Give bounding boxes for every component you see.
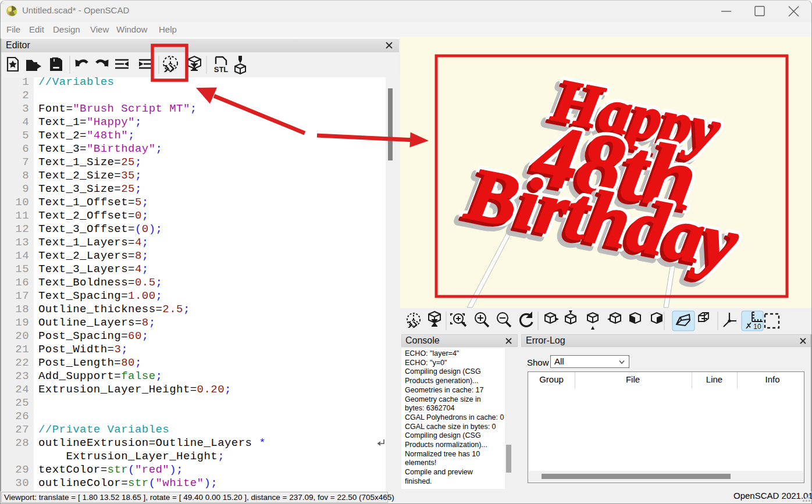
svg-text:10: 10: [753, 323, 761, 331]
svg-text:STL: STL: [214, 65, 229, 74]
